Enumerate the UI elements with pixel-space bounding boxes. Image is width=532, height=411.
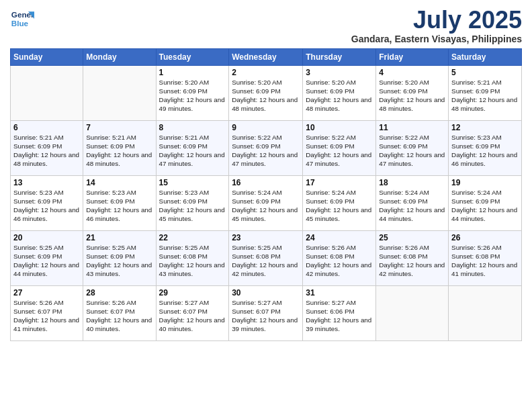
- day-number: 13: [13, 178, 80, 187]
- day-number: 15: [159, 178, 226, 187]
- day-info: Sunrise: 5:22 AM Sunset: 6:09 PM Dayligh…: [379, 133, 445, 169]
- day-number: 24: [306, 233, 373, 242]
- day-number: 30: [232, 288, 300, 298]
- calendar-cell: 4Sunrise: 5:20 AM Sunset: 6:09 PM Daylig…: [376, 65, 449, 120]
- day-number: 27: [13, 288, 80, 298]
- day-info: Sunrise: 5:25 AM Sunset: 6:08 PM Dayligh…: [232, 243, 300, 279]
- day-info: Sunrise: 5:21 AM Sunset: 6:09 PM Dayligh…: [86, 133, 152, 169]
- day-number: 26: [451, 233, 519, 242]
- day-number: 2: [232, 68, 300, 77]
- col-tuesday: Tuesday: [156, 48, 229, 65]
- calendar-cell: 24Sunrise: 5:26 AM Sunset: 6:08 PM Dayli…: [303, 230, 376, 285]
- day-info: Sunrise: 5:27 AM Sunset: 6:07 PM Dayligh…: [232, 298, 300, 334]
- calendar-week-row: 27Sunrise: 5:26 AM Sunset: 6:07 PM Dayli…: [11, 285, 522, 340]
- day-info: Sunrise: 5:20 AM Sunset: 6:09 PM Dayligh…: [159, 78, 226, 113]
- svg-text:Blue: Blue: [11, 19, 29, 28]
- calendar-cell: 23Sunrise: 5:25 AM Sunset: 6:08 PM Dayli…: [229, 230, 303, 285]
- calendar-cell: 22Sunrise: 5:25 AM Sunset: 6:08 PM Dayli…: [156, 230, 229, 285]
- day-number: 22: [159, 233, 226, 242]
- col-wednesday: Wednesday: [229, 48, 303, 65]
- subtitle: Gandara, Eastern Visayas, Philippines: [351, 34, 522, 44]
- col-sunday: Sunday: [11, 48, 83, 65]
- logo-icon: General Blue: [10, 7, 34, 31]
- day-info: Sunrise: 5:26 AM Sunset: 6:07 PM Dayligh…: [13, 298, 80, 334]
- day-number: 21: [86, 233, 152, 242]
- day-number: 4: [379, 68, 445, 77]
- calendar-week-row: 20Sunrise: 5:25 AM Sunset: 6:09 PM Dayli…: [11, 230, 522, 285]
- day-number: 5: [451, 68, 519, 77]
- calendar-cell: 7Sunrise: 5:21 AM Sunset: 6:09 PM Daylig…: [83, 120, 156, 175]
- day-info: Sunrise: 5:24 AM Sunset: 6:09 PM Dayligh…: [451, 188, 519, 224]
- calendar-cell: 14Sunrise: 5:23 AM Sunset: 6:09 PM Dayli…: [83, 175, 156, 230]
- calendar-cell: [83, 65, 156, 120]
- day-number: 19: [451, 178, 519, 187]
- calendar-week-row: 6Sunrise: 5:21 AM Sunset: 6:09 PM Daylig…: [11, 120, 522, 175]
- day-info: Sunrise: 5:26 AM Sunset: 6:08 PM Dayligh…: [379, 243, 445, 279]
- page: General Blue July 2025 Gandara, Eastern …: [0, 0, 532, 411]
- day-number: 3: [306, 68, 373, 77]
- day-info: Sunrise: 5:23 AM Sunset: 6:09 PM Dayligh…: [451, 133, 519, 169]
- calendar-cell: 17Sunrise: 5:24 AM Sunset: 6:09 PM Dayli…: [303, 175, 376, 230]
- day-info: Sunrise: 5:22 AM Sunset: 6:09 PM Dayligh…: [232, 133, 300, 169]
- day-number: 28: [86, 288, 152, 298]
- calendar-cell: [449, 285, 522, 340]
- calendar-cell: 13Sunrise: 5:23 AM Sunset: 6:09 PM Dayli…: [11, 175, 83, 230]
- col-monday: Monday: [83, 48, 156, 65]
- calendar-cell: 25Sunrise: 5:26 AM Sunset: 6:08 PM Dayli…: [376, 230, 449, 285]
- calendar-cell: 12Sunrise: 5:23 AM Sunset: 6:09 PM Dayli…: [449, 120, 522, 175]
- day-number: 29: [159, 288, 226, 298]
- day-info: Sunrise: 5:23 AM Sunset: 6:09 PM Dayligh…: [13, 188, 80, 224]
- calendar-cell: 2Sunrise: 5:20 AM Sunset: 6:09 PM Daylig…: [229, 65, 303, 120]
- day-number: 31: [306, 288, 373, 298]
- calendar-cell: 28Sunrise: 5:26 AM Sunset: 6:07 PM Dayli…: [83, 285, 156, 340]
- calendar-cell: 18Sunrise: 5:24 AM Sunset: 6:09 PM Dayli…: [376, 175, 449, 230]
- day-number: 17: [306, 178, 373, 187]
- day-info: Sunrise: 5:20 AM Sunset: 6:09 PM Dayligh…: [232, 78, 300, 113]
- calendar-cell: 26Sunrise: 5:26 AM Sunset: 6:08 PM Dayli…: [449, 230, 522, 285]
- logo: General Blue: [10, 7, 34, 31]
- calendar-cell: 27Sunrise: 5:26 AM Sunset: 6:07 PM Dayli…: [11, 285, 83, 340]
- col-friday: Friday: [376, 48, 449, 65]
- day-info: Sunrise: 5:20 AM Sunset: 6:09 PM Dayligh…: [306, 78, 373, 113]
- calendar-week-row: 1Sunrise: 5:20 AM Sunset: 6:09 PM Daylig…: [11, 65, 522, 120]
- calendar-cell: 30Sunrise: 5:27 AM Sunset: 6:07 PM Dayli…: [229, 285, 303, 340]
- calendar-cell: 15Sunrise: 5:23 AM Sunset: 6:09 PM Dayli…: [156, 175, 229, 230]
- header: General Blue July 2025 Gandara, Eastern …: [10, 7, 522, 44]
- calendar-cell: [376, 285, 449, 340]
- day-number: 16: [232, 178, 300, 187]
- day-number: 12: [451, 123, 519, 132]
- day-info: Sunrise: 5:21 AM Sunset: 6:09 PM Dayligh…: [451, 78, 519, 113]
- calendar-cell: 20Sunrise: 5:25 AM Sunset: 6:09 PM Dayli…: [11, 230, 83, 285]
- day-number: 10: [306, 123, 373, 132]
- calendar-cell: 29Sunrise: 5:27 AM Sunset: 6:07 PM Dayli…: [156, 285, 229, 340]
- calendar-cell: 19Sunrise: 5:24 AM Sunset: 6:09 PM Dayli…: [449, 175, 522, 230]
- day-info: Sunrise: 5:25 AM Sunset: 6:08 PM Dayligh…: [159, 243, 226, 279]
- calendar-cell: 1Sunrise: 5:20 AM Sunset: 6:09 PM Daylig…: [156, 65, 229, 120]
- day-info: Sunrise: 5:24 AM Sunset: 6:09 PM Dayligh…: [306, 188, 373, 224]
- day-number: 23: [232, 233, 300, 242]
- day-number: 11: [379, 123, 445, 132]
- calendar-cell: 21Sunrise: 5:25 AM Sunset: 6:09 PM Dayli…: [83, 230, 156, 285]
- calendar-cell: 8Sunrise: 5:21 AM Sunset: 6:09 PM Daylig…: [156, 120, 229, 175]
- day-info: Sunrise: 5:21 AM Sunset: 6:09 PM Dayligh…: [159, 133, 226, 169]
- calendar-cell: 16Sunrise: 5:24 AM Sunset: 6:09 PM Dayli…: [229, 175, 303, 230]
- day-info: Sunrise: 5:25 AM Sunset: 6:09 PM Dayligh…: [86, 243, 152, 279]
- day-number: 18: [379, 178, 445, 187]
- day-number: 25: [379, 233, 445, 242]
- col-thursday: Thursday: [303, 48, 376, 65]
- col-saturday: Saturday: [449, 48, 522, 65]
- calendar-week-row: 13Sunrise: 5:23 AM Sunset: 6:09 PM Dayli…: [11, 175, 522, 230]
- calendar-cell: 5Sunrise: 5:21 AM Sunset: 6:09 PM Daylig…: [449, 65, 522, 120]
- day-info: Sunrise: 5:26 AM Sunset: 6:07 PM Dayligh…: [86, 298, 152, 334]
- calendar-cell: 11Sunrise: 5:22 AM Sunset: 6:09 PM Dayli…: [376, 120, 449, 175]
- calendar-header-row: Sunday Monday Tuesday Wednesday Thursday…: [11, 48, 522, 65]
- day-number: 7: [86, 123, 152, 132]
- day-info: Sunrise: 5:26 AM Sunset: 6:08 PM Dayligh…: [306, 243, 373, 279]
- day-number: 8: [159, 123, 226, 132]
- day-info: Sunrise: 5:24 AM Sunset: 6:09 PM Dayligh…: [379, 188, 445, 224]
- calendar-cell: 9Sunrise: 5:22 AM Sunset: 6:09 PM Daylig…: [229, 120, 303, 175]
- title-block: July 2025 Gandara, Eastern Visayas, Phil…: [351, 7, 522, 44]
- day-number: 14: [86, 178, 152, 187]
- calendar-cell: 31Sunrise: 5:27 AM Sunset: 6:06 PM Dayli…: [303, 285, 376, 340]
- calendar-table: Sunday Monday Tuesday Wednesday Thursday…: [10, 48, 522, 341]
